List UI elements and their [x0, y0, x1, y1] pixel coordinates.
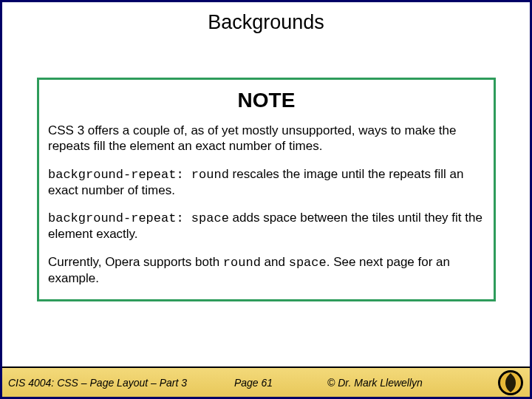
code-background-repeat-space: background-repeat: space [48, 211, 229, 225]
code-background-repeat-round: background-repeat: round [48, 168, 229, 182]
note-paragraph-4: Currently, Opera supports both round and… [48, 254, 485, 287]
ucf-logo-icon [497, 369, 524, 396]
note-paragraph-2: background-repeat: round rescales the im… [48, 166, 485, 199]
slide: Backgrounds NOTE CSS 3 offers a couple o… [0, 0, 532, 399]
note-paragraph-3: background-repeat: space adds space betw… [48, 210, 485, 242]
text-span: and [261, 255, 289, 269]
code-space: space [289, 256, 327, 270]
footer-author: © Dr. Mark Llewellyn [298, 377, 423, 389]
code-round: round [223, 256, 261, 270]
note-heading: NOTE [48, 89, 485, 112]
footer-course: CIS 4004: CSS – Page Layout – Part 3 [2, 377, 209, 389]
footer: CIS 4004: CSS – Page Layout – Part 3 Pag… [2, 366, 530, 397]
note-box: NOTE CSS 3 offers a couple of, as of yet… [37, 78, 496, 301]
content-area: NOTE CSS 3 offers a couple of, as of yet… [2, 37, 530, 366]
text-span: Currently, Opera supports both [48, 255, 223, 269]
footer-page: Page 61 [209, 377, 298, 389]
note-paragraph-1: CSS 3 offers a couple of, as of yet most… [48, 123, 485, 154]
slide-title: Backgrounds [2, 2, 530, 37]
